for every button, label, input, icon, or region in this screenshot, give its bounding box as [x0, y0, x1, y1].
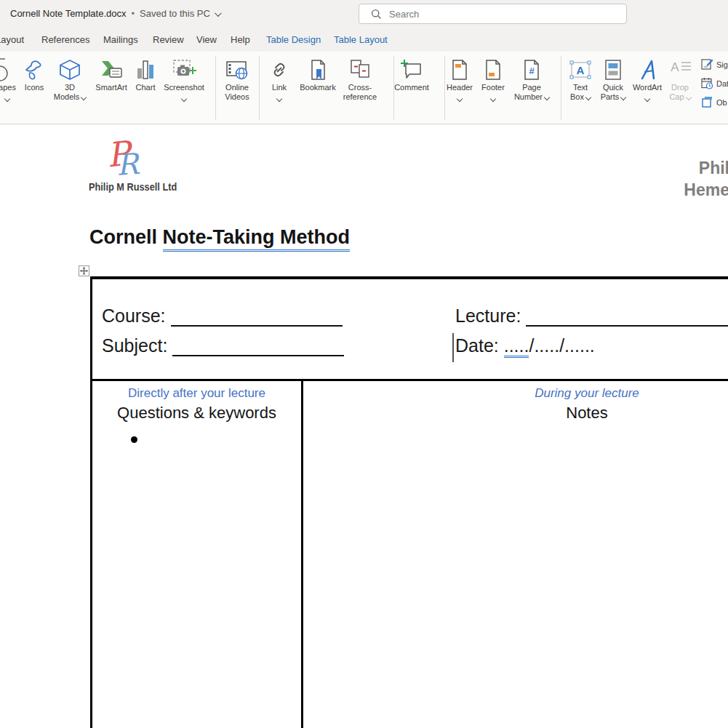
lecture-label: Lecture: — [455, 305, 521, 326]
logo-company-name: Philip M Russell Ltd — [89, 181, 177, 193]
document-name: Cornell Note Template.docx — [10, 8, 126, 19]
save-status: Saved to this PC — [140, 8, 210, 19]
online-videos-button[interactable]: Online Videos — [215, 57, 259, 102]
page-number-icon: # — [508, 57, 555, 83]
chevron-down-icon — [159, 94, 209, 101]
chevron-down-icon — [0, 94, 25, 101]
footer-button[interactable]: Footer — [473, 57, 513, 101]
chevron-down-icon — [215, 9, 222, 17]
table-column-border — [301, 381, 303, 728]
drop-cap-icon: A — [658, 57, 702, 83]
object-icon — [701, 96, 713, 108]
date-line: Date: ...../...../...... — [455, 335, 595, 356]
svg-text:A: A — [577, 64, 585, 76]
chevron-down-icon — [685, 95, 691, 100]
comment-button[interactable]: Comment — [386, 57, 437, 92]
tab-layout[interactable]: Layout — [0, 34, 24, 45]
3d-models-button[interactable]: 3D Models — [48, 57, 92, 102]
3d-cube-icon — [48, 57, 92, 83]
date-time-icon — [701, 77, 713, 89]
heading-plain: Cornell — [89, 226, 163, 248]
course-line: Course: — [102, 305, 343, 327]
svg-text:#: # — [529, 65, 535, 76]
document-page: P R Philip M Russell Ltd Phil Heme Corne… — [0, 124, 728, 728]
lecture-blank-line[interactable] — [526, 308, 728, 327]
subject-blank-line[interactable] — [172, 337, 344, 356]
bullet-point — [131, 436, 137, 443]
tab-table-layout[interactable]: Table Layout — [334, 34, 388, 45]
course-blank-line[interactable] — [171, 308, 343, 327]
ribbon-tab-row: Layout References Mailings Review View H… — [0, 28, 728, 52]
document-title[interactable]: Cornell Note Template.docx•Saved to this… — [10, 8, 220, 19]
page-number-button[interactable]: # Page Number — [508, 57, 555, 102]
notes-column-title: Notes — [303, 404, 728, 423]
search-box[interactable] — [359, 4, 627, 24]
comment-icon — [386, 57, 437, 83]
date-label: Date: — [455, 335, 499, 356]
header-right-line2: Heme — [684, 179, 728, 201]
chevron-down-icon — [263, 94, 295, 101]
object-button[interactable]: Ob — [701, 96, 727, 108]
tab-review[interactable]: Review — [153, 34, 184, 45]
drop-cap-button[interactable]: A Drop Cap — [658, 57, 702, 102]
lecture-line: Lecture: — [455, 305, 728, 327]
text-cursor — [452, 333, 454, 362]
date-time-button[interactable]: Dat — [701, 77, 728, 89]
logo-letter-r: R — [115, 147, 139, 182]
table-body-row: Directly after your lecture Questions & … — [92, 381, 728, 728]
online-videos-icon — [215, 57, 259, 83]
notes-column-subtitle: During your lecture — [303, 386, 728, 401]
link-icon — [263, 57, 295, 83]
course-label: Course: — [102, 305, 166, 326]
date-dots-day[interactable]: ..... — [504, 335, 529, 358]
subject-label: Subject: — [102, 335, 167, 356]
cue-column-title: Questions & keywords — [92, 404, 301, 423]
chevron-down-icon — [81, 95, 87, 100]
date-dots-year[interactable]: ...... — [564, 335, 595, 356]
chevron-down-icon — [585, 95, 591, 100]
screenshot-icon — [159, 57, 209, 83]
signature-line-button[interactable]: Sig — [701, 58, 728, 71]
heading-underlined: Note-Taking Method — [163, 226, 350, 252]
ribbon: apes Icons 3D Models SmartArt Chart Scre… — [0, 52, 728, 124]
date-dots-month[interactable]: ..... — [534, 335, 559, 356]
title-bar: Cornell Note Template.docx•Saved to this… — [0, 0, 728, 28]
search-input[interactable] — [389, 9, 593, 20]
footer-icon — [473, 57, 513, 83]
group-separator — [259, 56, 260, 120]
header-right-text: Phil Heme — [684, 157, 728, 201]
chevron-down-icon — [473, 94, 513, 101]
chevron-down-icon — [544, 95, 550, 100]
cue-column-subtitle: Directly after your lecture — [92, 386, 301, 401]
header-right-line1: Phil — [684, 157, 728, 179]
tab-mailings[interactable]: Mailings — [103, 34, 138, 45]
search-icon — [371, 9, 382, 20]
cornell-table: Course: Subject: Lecture: Date: ...../..… — [90, 276, 728, 728]
tab-help[interactable]: Help — [231, 34, 250, 45]
tab-table-design[interactable]: Table Design — [266, 34, 321, 45]
screenshot-button[interactable]: Screenshot — [159, 57, 209, 101]
cross-reference-icon — [335, 57, 385, 83]
tab-references[interactable]: References — [41, 34, 89, 45]
title-separator: • — [131, 8, 135, 19]
subject-line: Subject: — [102, 335, 344, 356]
svg-text:A: A — [671, 60, 679, 74]
document-heading: Cornell Note-Taking Method — [89, 226, 350, 252]
signature-icon — [701, 58, 713, 71]
link-button[interactable]: Link — [263, 57, 295, 101]
cross-reference-button[interactable]: Cross- reference — [335, 57, 385, 102]
table-move-handle[interactable] — [79, 265, 89, 276]
tab-view[interactable]: View — [196, 34, 217, 45]
